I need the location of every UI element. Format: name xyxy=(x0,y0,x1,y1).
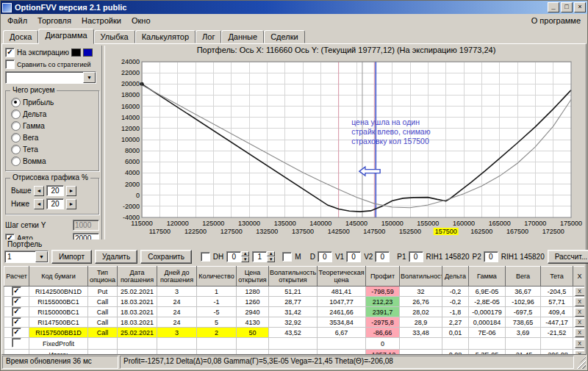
volatility-cell: 33,48 xyxy=(400,328,442,338)
col-header-theta[interactable]: Тета xyxy=(541,267,573,287)
below-value[interactable]: 20 xyxy=(46,198,64,209)
remove-row-button[interactable]: X xyxy=(575,287,585,296)
row-calc-checkbox[interactable] xyxy=(12,307,21,317)
grid-step-y-auto-input[interactable]: 2000 xyxy=(73,233,99,239)
remove-row-button[interactable]: X xyxy=(575,308,585,317)
strategy-select-arrow-icon[interactable] xyxy=(83,72,96,83)
spin-up-icon[interactable] xyxy=(267,251,275,257)
v1-input[interactable]: 0 xyxy=(346,251,361,262)
col-header-security-code[interactable]: Код бумаги xyxy=(29,267,88,287)
spin-down-icon[interactable] xyxy=(267,256,275,262)
calc-checkbox-cell[interactable] xyxy=(4,317,29,328)
radio-theta[interactable] xyxy=(11,145,21,154)
spin-down-icon[interactable] xyxy=(241,256,249,262)
col-header-gamma[interactable]: Гамма xyxy=(469,267,506,287)
svg-text:150000: 150000 xyxy=(381,220,404,227)
maximize-button[interactable]: □ xyxy=(561,2,573,12)
below-increment-button[interactable] xyxy=(66,199,76,209)
calculate-button[interactable]: Рассчит... xyxy=(548,250,588,264)
d-input[interactable]: 0 xyxy=(318,251,332,262)
col-header-volatility[interactable]: Волатильность xyxy=(400,267,442,287)
radio-vomma[interactable] xyxy=(11,156,21,166)
menu-settings[interactable]: Настройки xyxy=(76,15,126,26)
p1-input[interactable]: 0 xyxy=(409,251,423,262)
remove-row-button[interactable]: X xyxy=(575,339,585,348)
option-type-cell: Put xyxy=(88,287,118,297)
col-header-remove[interactable]: X xyxy=(573,267,585,287)
dh-checkbox[interactable] xyxy=(201,252,210,262)
portfolio-select-arrow-icon[interactable] xyxy=(35,251,48,262)
titlebar[interactable]: OptionFVV версия 2.1 public _ □ × xyxy=(1,1,587,14)
radio-gamma[interactable] xyxy=(11,121,21,131)
tab-diagram[interactable]: Диаграмма xyxy=(38,29,93,44)
row-calc-checkbox[interactable] xyxy=(12,317,21,327)
import-button[interactable]: Импорт xyxy=(51,250,92,264)
col-header-maturity-date[interactable]: Дата погашения xyxy=(118,267,157,287)
save-button[interactable]: Сохранить xyxy=(140,250,192,264)
p2-input[interactable]: 0 xyxy=(484,251,498,262)
remove-row-button[interactable]: X xyxy=(575,298,585,306)
tab-data[interactable]: Данные xyxy=(221,30,264,43)
auto-checkbox[interactable] xyxy=(5,234,15,239)
row-calc-checkbox[interactable] xyxy=(12,328,21,337)
tab-log[interactable]: Лог xyxy=(196,30,221,43)
radio-profit[interactable] xyxy=(11,98,21,107)
row-calc-checkbox[interactable] xyxy=(12,297,21,306)
menu-file[interactable]: Файл xyxy=(2,15,32,26)
minimize-button[interactable]: _ xyxy=(548,2,559,12)
menu-trading[interactable]: Торговля xyxy=(32,15,76,26)
v2-input[interactable]: 0 xyxy=(375,251,390,262)
calc-checkbox-cell[interactable] xyxy=(4,307,29,317)
above-decrement-button[interactable] xyxy=(34,186,44,196)
col-header-open-volatility[interactable]: Волатильность открытия xyxy=(269,267,318,287)
dh-spinner-1[interactable]: 0 xyxy=(226,251,249,262)
row-calc-checkbox[interactable] xyxy=(12,287,21,296)
radio-vomma-label: Вомма xyxy=(23,157,46,165)
row-calc-checkbox[interactable] xyxy=(12,338,21,347)
col-header-open-price[interactable]: Цена открытия xyxy=(237,267,269,287)
col-header-theoretical-price[interactable]: Теоретическая цена xyxy=(318,267,366,287)
chart-svg[interactable]: -4000-2000020004000600080001000012000140… xyxy=(105,56,587,237)
col-header-days-to-maturity[interactable]: Дней до погашения xyxy=(157,267,197,287)
spin-up-icon[interactable] xyxy=(241,251,249,257)
calc-checkbox-cell[interactable] xyxy=(4,338,29,350)
tab-deals[interactable]: Сделки xyxy=(264,30,305,43)
radio-vega[interactable] xyxy=(11,133,21,143)
compare-strategy-checkbox[interactable] xyxy=(5,60,15,69)
col-header-vega[interactable]: Вега xyxy=(506,267,541,287)
on-expiration-checkbox[interactable] xyxy=(5,48,15,57)
above-value[interactable]: 20 xyxy=(46,185,64,196)
col-header-profit[interactable]: Профит xyxy=(366,267,400,287)
tab-board[interactable]: Доска xyxy=(3,30,38,43)
strategy-select[interactable] xyxy=(5,71,96,84)
col-header-quantity[interactable]: Количество xyxy=(197,267,237,287)
remove-row-button[interactable]: X xyxy=(575,318,585,327)
close-button[interactable]: × xyxy=(574,2,586,12)
col-header-option-type[interactable]: Тип опциона xyxy=(88,267,118,287)
above-increment-button[interactable] xyxy=(66,186,76,196)
m-checkbox[interactable] xyxy=(282,252,292,262)
grid-step-y-input[interactable]: 1000 xyxy=(73,220,99,231)
menu-about[interactable]: О программе xyxy=(526,15,586,26)
tab-calculator[interactable]: Калькулятор xyxy=(135,30,196,43)
remove-row-button[interactable]: X xyxy=(575,328,585,337)
below-decrement-button[interactable] xyxy=(34,199,44,209)
expiration-color-swatch[interactable] xyxy=(71,48,81,57)
calc-checkbox-cell[interactable] xyxy=(4,350,29,355)
calc-checkbox-cell[interactable] xyxy=(4,297,29,307)
calc-checkbox-cell[interactable] xyxy=(4,328,29,338)
tab-smile[interactable]: Улыбка xyxy=(94,30,135,43)
compare-color-swatch[interactable] xyxy=(83,48,93,57)
delete-button[interactable]: Удалить xyxy=(95,250,137,264)
radio-delta[interactable] xyxy=(11,109,21,119)
col-header-delta[interactable]: Дельта xyxy=(442,267,469,287)
menu-window[interactable]: Окно xyxy=(126,15,156,26)
calc-checkbox-cell[interactable] xyxy=(4,287,29,297)
dh-spinner-2[interactable]: 1 xyxy=(252,251,275,262)
portfolio-select[interactable]: 1 xyxy=(4,251,49,263)
dh-spinner-2-value[interactable]: 1 xyxy=(252,251,267,262)
dh-spinner-1-value[interactable]: 0 xyxy=(226,251,241,262)
resize-grip-icon[interactable] xyxy=(576,356,586,369)
remove-row-button[interactable]: X xyxy=(575,350,585,355)
col-header-calc[interactable]: Расчет xyxy=(4,267,29,287)
